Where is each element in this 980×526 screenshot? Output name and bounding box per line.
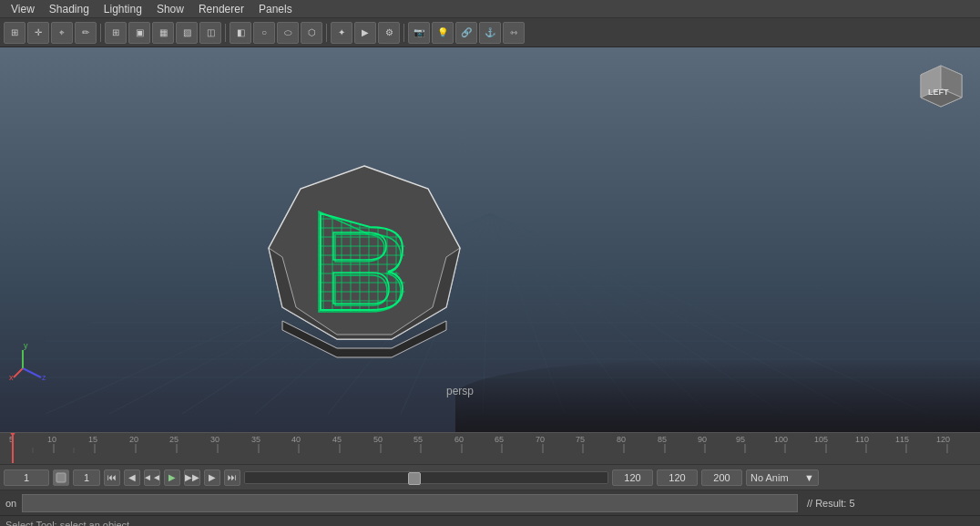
- svg-text:105: 105: [814, 435, 828, 444]
- cmd-input[interactable]: [22, 494, 798, 512]
- svg-text:115: 115: [895, 435, 909, 444]
- next-frame-btn[interactable]: ▶: [204, 469, 220, 486]
- cylinder-btn[interactable]: ⬭: [277, 22, 299, 44]
- svg-text:80: 80: [617, 435, 626, 444]
- key-frame-input[interactable]: [73, 469, 100, 486]
- menu-lighting[interactable]: Lighting: [97, 1, 149, 17]
- svg-text:LEFT: LEFT: [928, 88, 949, 97]
- menu-renderer[interactable]: Renderer: [191, 1, 251, 17]
- svg-text:65: 65: [495, 435, 504, 444]
- cmd-prefix: on: [0, 498, 22, 509]
- play-btn[interactable]: ▶: [164, 469, 180, 486]
- svg-text:95: 95: [736, 435, 745, 444]
- paint-tool-btn[interactable]: ✏: [75, 22, 97, 44]
- timeline-area: 5 10 15 20 25 30 35 40 45 50 55 60 65 70…: [0, 432, 980, 464]
- skip-start-btn[interactable]: ⏮: [104, 469, 120, 486]
- svg-text:x: x: [9, 373, 14, 382]
- sep3: [326, 24, 327, 42]
- svg-text:110: 110: [855, 435, 869, 444]
- tex-btn[interactable]: ▧: [176, 22, 198, 44]
- menu-shading[interactable]: Shading: [42, 1, 97, 17]
- viewport[interactable]: x z y persp LEFT: [0, 47, 980, 432]
- play-back-btn[interactable]: ◄◄: [144, 469, 160, 486]
- camera-btn[interactable]: 📷: [408, 22, 430, 44]
- light-toolbar-btn[interactable]: 💡: [432, 22, 454, 44]
- range-end-input[interactable]: [657, 469, 698, 486]
- play-fwd-btn[interactable]: ▶▶: [184, 469, 200, 486]
- smooth-btn[interactable]: ▦: [152, 22, 174, 44]
- display-btn[interactable]: ◫: [199, 22, 221, 44]
- move-tool-btn[interactable]: ✛: [27, 22, 49, 44]
- deform-btn[interactable]: ⇿: [503, 22, 525, 44]
- svg-line-45: [23, 368, 41, 377]
- svg-line-44: [14, 368, 23, 377]
- svg-text:100: 100: [774, 435, 788, 444]
- status-bar: Select Tool: select an object: [0, 515, 980, 526]
- menu-panels[interactable]: Panels: [251, 1, 300, 17]
- wireframe-btn[interactable]: ▣: [128, 22, 150, 44]
- render-settings-btn[interactable]: ⚙: [378, 22, 400, 44]
- skip-end-btn[interactable]: ⏭: [224, 469, 240, 486]
- render-btn[interactable]: ✦: [331, 22, 352, 44]
- menu-bar: View Shading Lighting Show Renderer Pane…: [0, 0, 980, 18]
- svg-text:z: z: [42, 373, 46, 382]
- sep1: [100, 24, 101, 42]
- command-line: on // Result: 5: [0, 490, 980, 515]
- range-start-input[interactable]: [612, 469, 653, 486]
- lasso-tool-btn[interactable]: ⌖: [51, 22, 73, 44]
- sep2: [225, 24, 226, 42]
- 3d-object: [209, 139, 519, 394]
- prev-frame-btn[interactable]: ◀: [124, 469, 140, 486]
- svg-text:25: 25: [169, 435, 179, 444]
- axis-indicator: x z y: [9, 341, 50, 382]
- svg-text:10: 10: [47, 435, 56, 444]
- svg-text:40: 40: [291, 435, 301, 444]
- key-btn[interactable]: [53, 469, 69, 486]
- frame-input[interactable]: [4, 469, 49, 486]
- svg-text:20: 20: [129, 435, 138, 444]
- svg-text:70: 70: [536, 435, 545, 444]
- range-slider[interactable]: [244, 471, 608, 484]
- snap-btn[interactable]: 🔗: [455, 22, 477, 44]
- persp-label: persp: [446, 385, 474, 397]
- menu-show[interactable]: Show: [149, 1, 191, 17]
- constraint-btn[interactable]: ⚓: [479, 22, 501, 44]
- cmd-result: // Result: 5: [798, 498, 980, 509]
- anim-dropdown[interactable]: No Anim ▼: [746, 469, 819, 486]
- svg-text:55: 55: [413, 435, 423, 444]
- bottom-controls: ⏮ ◀ ◄◄ ▶ ▶▶ ▶ ⏭ No Anim ▼: [0, 464, 980, 490]
- svg-text:120: 120: [936, 435, 950, 444]
- menu-view[interactable]: View: [4, 1, 42, 17]
- cube-btn[interactable]: ◧: [230, 22, 251, 44]
- svg-text:30: 30: [210, 435, 219, 444]
- svg-text:35: 35: [251, 435, 260, 444]
- timeline-ruler[interactable]: 5 10 15 20 25 30 35 40 45 50 55 60 65 70…: [0, 433, 980, 464]
- view-cube[interactable]: LEFT: [912, 57, 971, 116]
- svg-text:50: 50: [373, 435, 383, 444]
- dropdown-arrow: ▼: [804, 472, 814, 483]
- svg-rect-107: [56, 473, 66, 482]
- tool-status: Select Tool: select an object: [5, 520, 129, 527]
- grid-btn[interactable]: ⊞: [105, 22, 127, 44]
- poly-btn[interactable]: ⬡: [301, 22, 322, 44]
- sep4: [403, 24, 404, 42]
- ipr-btn[interactable]: ▶: [354, 22, 376, 44]
- svg-text:60: 60: [454, 435, 464, 444]
- svg-text:15: 15: [88, 435, 97, 444]
- svg-text:90: 90: [698, 435, 707, 444]
- sphere-btn[interactable]: ○: [253, 22, 275, 44]
- slider-thumb: [408, 472, 421, 485]
- svg-text:45: 45: [332, 435, 342, 444]
- svg-text:y: y: [24, 341, 28, 350]
- toolbar: ⊞ ✛ ⌖ ✏ ⊞ ▣ ▦ ▧ ◫ ◧ ○ ⬭ ⬡ ✦ ▶ ⚙ 📷 💡 🔗 ⚓ …: [0, 18, 980, 47]
- dark-ground: [455, 359, 980, 432]
- svg-text:75: 75: [576, 435, 585, 444]
- svg-text:85: 85: [658, 435, 667, 444]
- select-tool-btn[interactable]: ⊞: [4, 22, 26, 44]
- range-max-input[interactable]: [701, 469, 742, 486]
